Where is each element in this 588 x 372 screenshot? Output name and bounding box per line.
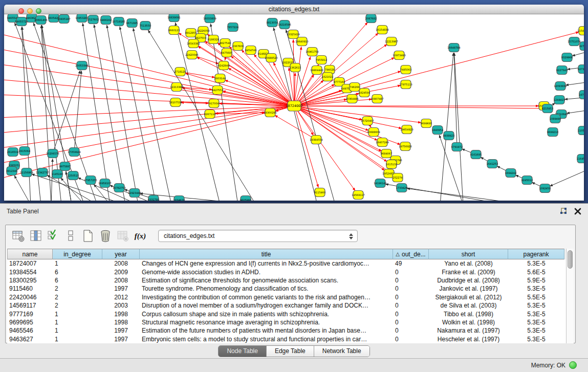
network-node[interactable]: 19904443: [310, 66, 323, 75]
network-node[interactable]: 12213389: [170, 83, 183, 92]
network-node[interactable]: 9227343: [556, 66, 568, 75]
network-node[interactable]: 12213967: [385, 37, 398, 46]
network-node[interactable]: 1840954: [432, 126, 443, 135]
table-row[interactable]: 946554611997Estimation of the future num…: [7, 326, 566, 335]
close-panel-icon[interactable]: [574, 207, 582, 215]
network-node[interactable]: 9329966: [561, 53, 573, 62]
delete-column-icon[interactable]: [98, 228, 113, 244]
network-node[interactable]: 7857224: [227, 23, 238, 32]
network-node[interactable]: 917004: [209, 99, 219, 108]
network-node[interactable]: 17359924: [68, 148, 80, 157]
network-node[interactable]: 10688609: [367, 128, 380, 137]
network-node[interactable]: 8938923: [443, 132, 454, 140]
network-node[interactable]: 2087682: [365, 14, 377, 23]
network-node[interactable]: 252274: [393, 173, 403, 182]
network-node[interactable]: 7955812: [316, 56, 327, 64]
column-header-title[interactable]: title: [140, 249, 393, 259]
network-node[interactable]: 9242848: [218, 61, 229, 70]
network-node[interactable]: 6671385: [126, 19, 138, 28]
network-node[interactable]: 2718120: [175, 68, 186, 76]
network-node[interactable]: 3912340: [6, 167, 17, 176]
show-columns-icon[interactable]: [28, 228, 43, 244]
table-vertical-scrollbar[interactable]: [566, 249, 574, 343]
network-node[interactable]: 16782753: [113, 184, 125, 192]
network-node[interactable]: 16961758: [306, 48, 318, 56]
network-node[interactable]: 1362615: [290, 63, 301, 72]
network-node[interactable]: 9115460: [314, 188, 325, 197]
network-node[interactable]: 1145190: [52, 170, 63, 179]
network-node[interactable]: 10719185: [112, 17, 125, 26]
network-node[interactable]: 16033809: [203, 14, 216, 23]
network-node[interactable]: 12923448: [128, 189, 141, 198]
network-node[interactable]: 1475374: [579, 91, 584, 99]
select-rows-icon[interactable]: [46, 228, 61, 244]
network-node[interactable]: 17957255: [84, 176, 97, 185]
scrollbar-thumb[interactable]: [568, 250, 573, 269]
network-node[interactable]: 16543382: [187, 39, 200, 48]
network-node[interactable]: 17975113: [399, 80, 412, 89]
network-node[interactable]: 2803144: [214, 74, 226, 83]
network-node[interactable]: 9827548: [220, 39, 231, 48]
table-row[interactable]: 1938455462009Genome-wide association stu…: [7, 268, 566, 276]
function-builder-icon[interactable]: f(x): [133, 228, 148, 244]
network-node[interactable]: 1092450: [539, 184, 551, 193]
network-node[interactable]: 1250515: [68, 171, 79, 180]
network-node[interactable]: 8813054: [267, 18, 278, 27]
table-row[interactable]: 1872400712008Changes of HCN gene express…: [7, 259, 566, 268]
network-node[interactable]: 15688520: [265, 54, 277, 62]
network-node[interactable]: 9331780: [148, 195, 159, 201]
network-node[interactable]: 10973493: [393, 51, 405, 60]
network-node[interactable]: 1089490: [550, 115, 561, 123]
table-row[interactable]: 946362711997Embryonic stem cells: a mode…: [7, 335, 566, 343]
network-node[interactable]: 20053346: [75, 61, 88, 70]
network-node[interactable]: 2616504: [7, 148, 18, 157]
network-node[interactable]: 2367608: [232, 42, 244, 51]
network-node[interactable]: 9975887: [59, 162, 71, 171]
network-window-titlebar[interactable]: citations_edges.txt: [4, 5, 584, 14]
network-node[interactable]: 16648784: [447, 43, 460, 52]
network-node[interactable]: 11156863: [20, 168, 33, 177]
network-node[interactable]: 18107534: [169, 98, 182, 107]
network-node[interactable]: 1244415: [554, 96, 565, 104]
network-node[interactable]: 10807487: [371, 95, 383, 103]
network-node[interactable]: 19384554: [310, 136, 322, 144]
tab-node-table[interactable]: Node Table: [219, 346, 267, 357]
network-node[interactable]: 9273006: [578, 65, 584, 74]
network-node[interactable]: 1733426: [396, 184, 407, 192]
column-header-name[interactable]: name: [7, 249, 53, 259]
tab-edge-table[interactable]: Edge Table: [267, 346, 314, 357]
network-node[interactable]: 8186328: [208, 35, 219, 44]
tab-network-table[interactable]: Network Table: [314, 346, 369, 357]
network-node[interactable]: 16958107: [98, 179, 111, 188]
network-node[interactable]: 7513550: [140, 21, 151, 30]
network-node[interactable]: 18407249: [376, 138, 388, 147]
float-panel-icon[interactable]: [559, 207, 568, 215]
network-node[interactable]: 19218596: [278, 20, 291, 29]
table-row[interactable]: 911546021997Tourette syndrome. Phenomeno…: [7, 285, 566, 293]
network-node[interactable]: 8454749: [245, 46, 256, 55]
network-node[interactable]: 9699210: [547, 128, 558, 137]
network-node[interactable]: 19654923: [400, 125, 413, 134]
network-node[interactable]: 9273159: [579, 42, 584, 51]
table-row[interactable]: 2242004622012Investigating the contribut…: [7, 293, 566, 301]
network-hub-node[interactable]: 18724007: [286, 101, 302, 111]
network-node[interactable]: 1527602: [88, 15, 99, 24]
network-node[interactable]: 1105448: [578, 126, 584, 135]
table-row[interactable]: 969969511998Structural magnetic resonanc…: [7, 318, 566, 326]
network-node[interactable]: 14196141: [374, 179, 386, 188]
column-header-in_degree[interactable]: in_degree: [53, 249, 102, 259]
network-node[interactable]: 12342737: [36, 168, 49, 177]
network-node[interactable]: 1615132: [386, 160, 397, 169]
table-row[interactable]: 977716911998Corpus callosum shape and si…: [7, 310, 566, 318]
network-node[interactable]: 8267110: [204, 110, 215, 119]
network-node[interactable]: 16154838: [376, 26, 388, 34]
network-node[interactable]: 746266: [350, 83, 360, 92]
network-node[interactable]: 9684067: [381, 149, 392, 158]
column-header-year[interactable]: year: [102, 249, 140, 259]
network-node[interactable]: 6791972: [451, 143, 463, 151]
network-node[interactable]: 1824594: [359, 89, 370, 97]
table-selector-dropdown[interactable]: citations_edges.txt: [158, 230, 358, 242]
network-node[interactable]: 8427552: [212, 86, 223, 95]
column-mode-icon[interactable]: [63, 228, 78, 244]
network-node[interactable]: 9699695: [421, 119, 432, 128]
